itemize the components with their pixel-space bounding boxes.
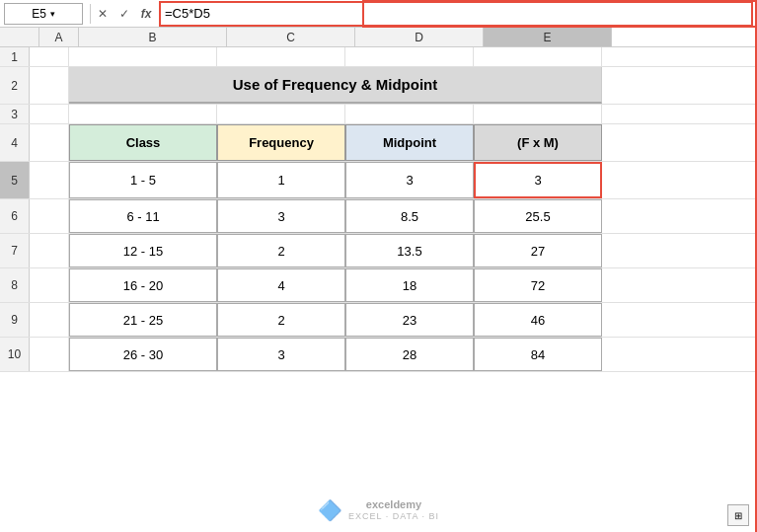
- cell-b9[interactable]: 21 - 25: [69, 303, 217, 337]
- rownum-9[interactable]: 9: [0, 303, 30, 337]
- cell-e6[interactable]: 25.5: [474, 199, 602, 233]
- cell-a6[interactable]: [30, 199, 69, 233]
- rownum-6[interactable]: 6: [0, 199, 30, 233]
- cell-e8[interactable]: 72: [474, 268, 602, 302]
- data-class-1: 1 - 5: [130, 173, 156, 188]
- data-freq-1: 1: [277, 173, 284, 188]
- watermark-icon: 🔷: [318, 498, 342, 522]
- cell-b10[interactable]: 26 - 30: [69, 338, 217, 371]
- cell-a9[interactable]: [30, 303, 69, 337]
- rownum-8[interactable]: 8: [0, 268, 30, 302]
- rownum-2[interactable]: 2: [0, 67, 30, 104]
- header-frequency[interactable]: Frequency: [217, 124, 345, 161]
- cell-d1[interactable]: [345, 47, 474, 66]
- data-mid-2: 8.5: [401, 209, 418, 224]
- expand-icon[interactable]: ⊞: [727, 504, 749, 526]
- col-header-a[interactable]: A: [39, 28, 79, 46]
- row-8: 8 16 - 20 4 18 72: [0, 268, 757, 303]
- cell-b6[interactable]: 6 - 11: [69, 199, 217, 233]
- cell-c8[interactable]: 4: [217, 268, 345, 302]
- cell-c7[interactable]: 2: [217, 234, 345, 267]
- cell-c3[interactable]: [217, 105, 345, 123]
- cell-a1[interactable]: [30, 47, 69, 66]
- data-freq-3: 2: [277, 244, 284, 259]
- cell-d10[interactable]: 28: [345, 338, 474, 371]
- col-header-d[interactable]: D: [355, 28, 484, 46]
- rownum-10[interactable]: 10: [0, 338, 30, 371]
- data-freq-6: 3: [277, 347, 284, 362]
- header-midpoint[interactable]: Midpoint: [345, 124, 474, 161]
- data-freq-4: 4: [277, 278, 284, 293]
- cell-a5[interactable]: [30, 162, 69, 198]
- cell-b3[interactable]: [69, 105, 217, 123]
- fx-icon[interactable]: fx: [137, 5, 155, 23]
- data-mid-5: 23: [403, 313, 416, 328]
- cell-reference-box[interactable]: E5 ▾: [4, 3, 83, 25]
- cell-d3[interactable]: [345, 105, 474, 123]
- data-fxm-3: 27: [531, 244, 545, 259]
- cell-a7[interactable]: [30, 234, 69, 267]
- cell-e3[interactable]: [474, 105, 602, 123]
- data-freq-2: 3: [277, 209, 284, 224]
- data-mid-4: 18: [403, 278, 416, 293]
- data-class-5: 21 - 25: [123, 313, 163, 328]
- header-fxm-label: (F x M): [517, 135, 559, 150]
- data-fxm-6: 84: [531, 347, 545, 362]
- header-freq-label: Frequency: [249, 135, 314, 150]
- cell-b8[interactable]: 16 - 20: [69, 268, 217, 302]
- rownum-1[interactable]: 1: [0, 47, 30, 66]
- rownum-4[interactable]: 4: [0, 124, 30, 161]
- data-fxm-5: 46: [531, 313, 545, 328]
- cell-d6[interactable]: 8.5: [345, 199, 474, 233]
- cell-d7[interactable]: 13.5: [345, 234, 474, 267]
- cell-a4[interactable]: [30, 124, 69, 161]
- header-mid-label: Midpoint: [383, 135, 436, 150]
- rownum-5[interactable]: 5: [0, 162, 30, 198]
- col-header-c[interactable]: C: [227, 28, 355, 46]
- col-header-b[interactable]: B: [79, 28, 227, 46]
- cell-a2[interactable]: [30, 67, 69, 104]
- cell-c1[interactable]: [217, 47, 345, 66]
- formula-input[interactable]: [161, 3, 751, 25]
- cell-b5[interactable]: 1 - 5: [69, 162, 217, 198]
- header-fxm[interactable]: (F x M): [474, 124, 602, 161]
- rownum-7[interactable]: 7: [0, 234, 30, 267]
- cell-e7[interactable]: 27: [474, 234, 602, 267]
- cell-a10[interactable]: [30, 338, 69, 371]
- row-3: 3: [0, 105, 757, 124]
- data-fxm-1: 3: [534, 173, 541, 188]
- row-2: 2 Use of Frequency & Midpoint: [0, 67, 757, 105]
- cancel-icon[interactable]: ✕: [94, 5, 112, 23]
- cell-e9[interactable]: 46: [474, 303, 602, 337]
- cell-a8[interactable]: [30, 268, 69, 302]
- cell-e1[interactable]: [474, 47, 602, 66]
- data-class-6: 26 - 30: [123, 347, 163, 362]
- cell-e10[interactable]: 84: [474, 338, 602, 371]
- cell-c9[interactable]: 2: [217, 303, 345, 337]
- rownum-3[interactable]: 3: [0, 105, 30, 123]
- corner-header: [0, 28, 39, 46]
- formula-bar: E5 ▾ ✕ ✓ fx: [0, 0, 757, 28]
- row-10: 10 26 - 30 3 28 84: [0, 338, 757, 372]
- dropdown-arrow[interactable]: ▾: [50, 9, 55, 19]
- row-7: 7 12 - 15 2 13.5 27: [0, 234, 757, 268]
- cell-c5[interactable]: 1: [217, 162, 345, 198]
- cell-e5[interactable]: 3: [474, 162, 602, 198]
- cell-c10[interactable]: 3: [217, 338, 345, 371]
- confirm-icon[interactable]: ✓: [115, 5, 133, 23]
- col-header-e[interactable]: E: [484, 28, 612, 46]
- cell-a3[interactable]: [30, 105, 69, 123]
- cell-d9[interactable]: 23: [345, 303, 474, 337]
- cell-b1[interactable]: [69, 47, 217, 66]
- row-6: 6 6 - 11 3 8.5 25.5: [0, 199, 757, 234]
- cell-c6[interactable]: 3: [217, 199, 345, 233]
- row-5: 5 1 - 5 1 3 3: [0, 162, 757, 199]
- cell-b7[interactable]: 12 - 15: [69, 234, 217, 267]
- title-cell[interactable]: Use of Frequency & Midpoint: [69, 67, 602, 104]
- row-1: 1: [0, 47, 757, 67]
- cell-d8[interactable]: 18: [345, 268, 474, 302]
- grid-body: 1 2 Use of Frequency & Midpoint 3 4: [0, 47, 757, 532]
- cell-d5[interactable]: 3: [345, 162, 474, 198]
- header-class[interactable]: Class: [69, 124, 217, 161]
- watermark-text: exceldemy EXCEL · DATA · BI: [348, 498, 439, 522]
